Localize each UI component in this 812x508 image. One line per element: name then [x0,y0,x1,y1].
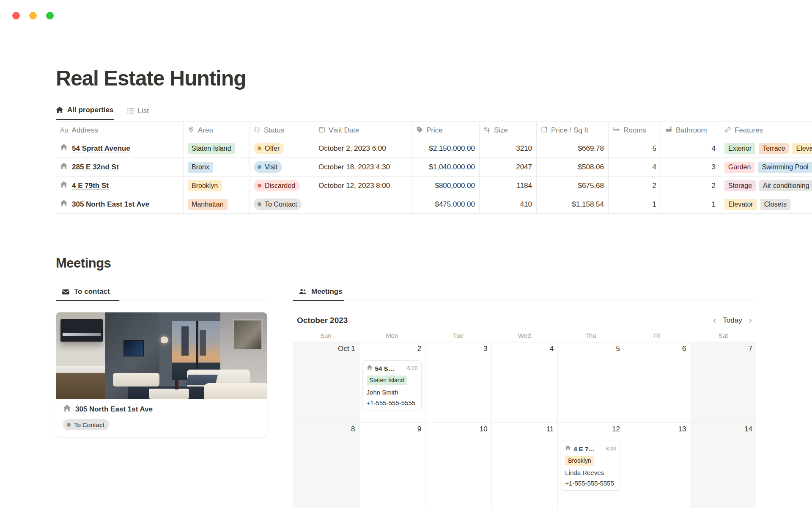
bathroom-cell[interactable]: 1 [661,195,720,213]
minimize-window-button[interactable] [29,12,37,19]
envelope-icon [62,288,70,296]
address-cell[interactable]: 4 E 79th St [56,177,183,195]
column-header-status[interactable]: Status [249,122,314,139]
price-tag-icon [416,126,423,135]
rooms-cell[interactable]: 1 [608,195,661,213]
event-phone-link[interactable]: +1-555-555-5555 [565,480,616,487]
bathroom-cell[interactable]: 2 [661,177,720,195]
feature-tag: Exterior [724,143,755,154]
address-link[interactable]: 4 E 79th St [72,182,109,190]
calendar-weekday-row: Sun Mon Tue Wed Thu Fri Sat [293,329,756,342]
price-sqft-cell[interactable]: $1,158.54 [536,195,608,213]
calendar-next-button[interactable]: › [748,316,753,325]
column-header-features[interactable]: Features [720,122,812,139]
photo-shelf [60,319,103,342]
column-header-bathroom[interactable]: Bathroom [661,122,720,139]
status-cell[interactable]: Visit [249,158,314,176]
photo-lamp [161,337,168,343]
price-sqft-cell[interactable]: $508.06 [536,158,608,176]
price-cell[interactable]: $800,000.00 [411,177,479,195]
calendar-day-cell[interactable]: 12 4 E 7… 8:00 Brooklyn Linda Reeves +1-… [557,422,624,508]
status-tag: To Contact [63,419,109,430]
calendar-event-4-e-79th[interactable]: 4 E 7… 8:00 Brooklyn Linda Reeves +1-555… [561,441,620,491]
calendar-day-cell[interactable]: 7 [690,342,756,422]
gallery-card-body: 305 North East 1st Ave To Contact [56,399,267,436]
rooms-cell[interactable]: 5 [608,139,661,157]
address-cell[interactable]: 305 North East 1st Ave [56,195,183,213]
size-cell[interactable]: 410 [479,195,536,213]
column-header-size[interactable]: Size [479,122,536,139]
column-header-price-sqft[interactable]: Price / Sq ft [536,122,608,139]
event-phone-link[interactable]: +1-555-555-5555 [367,399,418,406]
size-cell[interactable]: 1184 [479,177,536,195]
visit-date-cell[interactable]: October 12, 2023 8:00 [314,177,411,195]
home-icon [56,106,63,114]
address-cell[interactable]: 54 Spratt Avenue [56,139,183,157]
price-sqft-cell[interactable]: $669.78 [536,139,608,157]
calendar-day-cell[interactable]: 2 54 S… 6:00 Staten Island John Smith +1… [359,342,425,422]
calendar-day-cell[interactable]: 3 [425,342,491,422]
size-cell[interactable]: 3210 [479,139,536,157]
calendar-week-row: 8 9 10 11 12 4 E 7… 8:00 Brooklyn Linda … [293,422,756,508]
column-header-price[interactable]: Price [411,122,479,139]
area-cell[interactable]: Brooklyn [183,177,249,195]
visit-date-cell[interactable] [314,195,411,213]
visit-date-cell[interactable]: October 18, 2023 4:30 [314,158,411,176]
price-cell[interactable]: $1,040,000.00 [411,158,479,176]
bed-icon [613,126,620,135]
address-link[interactable]: 285 E 32nd St [72,163,119,171]
area-cell[interactable]: Bronx [183,158,249,176]
calendar-event-54-spratt[interactable]: 54 S… 6:00 Staten Island John Smith +1-5… [362,360,422,410]
price-cell[interactable]: $475,000.00 [411,195,479,213]
calendar-today-button[interactable]: Today [723,316,742,325]
column-header-area[interactable]: Area [183,122,249,139]
tab-all-properties[interactable]: All properties [56,106,114,120]
status-cell[interactable]: Offer [249,139,314,157]
calendar-day-cell[interactable]: 6 [624,342,690,422]
photo-tv [123,340,143,356]
status-cell[interactable]: Discarded [249,177,314,195]
calendar-day-cell[interactable]: 4 [491,342,558,422]
calendar-day-cell[interactable]: 13 [624,422,690,508]
status-cell[interactable]: To Contact [249,195,314,213]
price-cell[interactable]: $2,150,000.00 [411,139,479,157]
calendar-prev-button[interactable]: ‹ [712,316,717,325]
address-cell[interactable]: 285 E 32nd St [56,158,183,176]
calendar-day-cell[interactable]: Oct 1 [293,342,359,422]
visit-date-cell[interactable]: October 2, 2023 6:00 [314,139,411,157]
size-cell[interactable]: 2047 [479,158,536,176]
bathroom-cell[interactable]: 3 [661,158,720,176]
address-link[interactable]: 54 Spratt Avenue [72,144,130,153]
price-sqft-cell[interactable]: $675.68 [536,177,608,195]
house-icon [63,404,71,414]
status-dot [258,165,261,169]
calendar-month-label: October 2023 [297,316,348,325]
address-link[interactable]: 305 North East 1st Ave [72,200,149,209]
features-cell[interactable]: Elevator Closets [720,195,812,213]
tab-to-contact[interactable]: To contact [62,287,110,296]
column-header-address[interactable]: Aa Address [56,122,183,139]
area-cell[interactable]: Manhattan [183,195,249,213]
gallery-card-305-north-east[interactable]: 305 North East 1st Ave To Contact [56,312,267,437]
text-icon: Aa [60,127,69,134]
bathroom-cell[interactable]: 4 [661,139,720,157]
tab-list[interactable]: List [126,106,149,120]
calendar-day-cell[interactable]: 5 [557,342,624,422]
rooms-cell[interactable]: 4 [608,158,661,176]
zoom-window-button[interactable] [46,12,54,19]
calendar-day-cell[interactable]: 9 [359,422,425,508]
features-cell[interactable]: Storage Air conditioning [720,177,812,195]
column-header-rooms[interactable]: Rooms [608,122,661,139]
area-cell[interactable]: Staten Island [183,139,249,157]
calendar-day-cell[interactable]: 11 [491,422,558,508]
column-header-visit-date[interactable]: Visit Date [314,122,411,139]
close-window-button[interactable] [12,12,20,19]
rooms-cell[interactable]: 2 [608,177,661,195]
tab-meetings-calendar[interactable]: Meetings [299,287,343,296]
calendar-day-cell[interactable]: 8 [293,422,359,508]
calendar-day-cell[interactable]: 14 [690,422,756,508]
calendar-day-cell[interactable]: 10 [425,422,491,508]
features-cell[interactable]: Exterior Terrace Elevator [720,139,812,157]
status-tag: Offer [254,143,284,154]
features-cell[interactable]: Garden Swimming Pool [720,158,812,176]
